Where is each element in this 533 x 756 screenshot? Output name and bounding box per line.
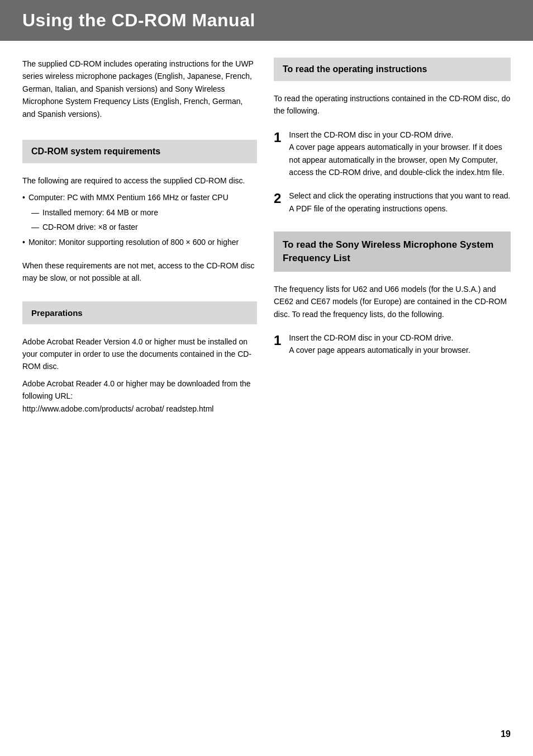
left-column: The supplied CD-ROM includes operating i… [22, 58, 257, 415]
requirement-text: Installed memory: 64 MB or more [42, 206, 158, 219]
step-text: Insert the CD-ROM disc in your CD-ROM dr… [289, 129, 511, 179]
page-number: 19 [501, 729, 511, 739]
preparations-url: http://www.adobe.com/products/ acrobat/ … [22, 403, 257, 415]
list-item: — Installed memory: 64 MB or more [31, 206, 257, 219]
requirement-text: Monitor: Monitor supporting resolution o… [28, 236, 239, 248]
preparations-text1: Adobe Acrobat Reader Version 4.0 or high… [22, 336, 257, 373]
content-area: The supplied CD-ROM includes operating i… [0, 58, 533, 415]
page-title: Using the CD-ROM Manual [22, 10, 511, 31]
frequency-box: To read the Sony Wireless Microphone Sys… [274, 231, 511, 272]
read-operating-content: To read the operating instructions conta… [274, 92, 511, 215]
page: Using the CD-ROM Manual The supplied CD-… [0, 0, 533, 756]
frequency-content: The frequency lists for U62 and U66 mode… [274, 283, 511, 357]
dash-icon: — [31, 221, 39, 233]
requirement-text: CD-ROM drive: ×8 or faster [42, 221, 138, 233]
cd-rom-requirements-title: CD-ROM system requirements [31, 147, 248, 157]
header-bar: Using the CD-ROM Manual [0, 0, 533, 41]
read-operating-steps: 1 Insert the CD-ROM disc in your CD-ROM … [274, 129, 511, 215]
dash-icon: — [31, 206, 39, 219]
preparations-content: Adobe Acrobat Reader Version 4.0 or high… [22, 336, 257, 415]
cd-rom-requirements-box: CD-ROM system requirements [22, 140, 257, 163]
requirement-text: Computer: PC with MMX Pentium 166 MHz or… [28, 191, 229, 204]
list-item: — CD-ROM drive: ×8 or faster [31, 221, 257, 233]
step-text: Insert the CD-ROM disc in your CD-ROM dr… [289, 332, 511, 357]
step-number: 1 [274, 332, 281, 349]
frequency-steps: 1 Insert the CD-ROM disc in your CD-ROM … [274, 332, 511, 357]
cd-rom-requirements-content: The following are required to access the… [22, 174, 257, 285]
step-1: 1 Insert the CD-ROM disc in your CD-ROM … [274, 129, 511, 179]
bullet-icon: • [22, 236, 25, 248]
frequency-title: To read the Sony Wireless Microphone Sys… [283, 238, 502, 265]
freq-step-1: 1 Insert the CD-ROM disc in your CD-ROM … [274, 332, 511, 357]
read-operating-box: To read the operating instructions [274, 58, 511, 81]
step-text: Select and click the operating instructi… [289, 190, 511, 215]
preparations-text2: Adobe Acrobat Reader 4.0 or higher may b… [22, 377, 257, 403]
read-operating-title: To read the operating instructions [283, 64, 502, 74]
step-2: 2 Select and click the operating instruc… [274, 190, 511, 215]
bullet-icon: • [22, 191, 25, 204]
preparations-box: Preparations [22, 301, 257, 324]
frequency-intro: The frequency lists for U62 and U66 mode… [274, 283, 511, 320]
step-number: 2 [274, 190, 281, 207]
preparations-title: Preparations [31, 308, 248, 318]
requirements-list: • Computer: PC with MMX Pentium 166 MHz … [22, 191, 257, 248]
right-column: To read the operating instructions To re… [274, 58, 511, 415]
step-number: 1 [274, 129, 281, 146]
when-text: When these requirements are not met, acc… [22, 259, 257, 285]
intro-text: The supplied CD-ROM includes operating i… [22, 58, 257, 120]
list-item: • Computer: PC with MMX Pentium 166 MHz … [22, 191, 257, 204]
read-operating-intro: To read the operating instructions conta… [274, 92, 511, 117]
list-item: • Monitor: Monitor supporting resolution… [22, 236, 257, 248]
requirements-intro: The following are required to access the… [22, 174, 257, 187]
